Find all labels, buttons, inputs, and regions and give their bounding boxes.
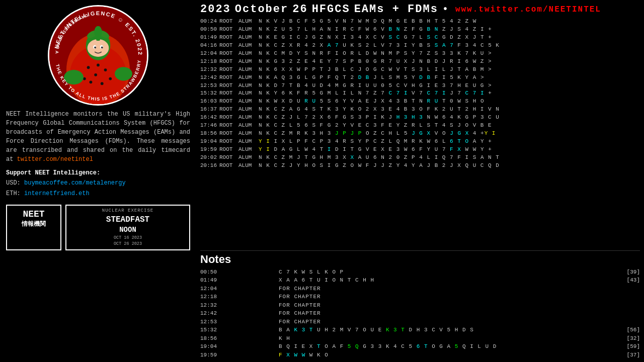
eth-label: ETH: bbox=[6, 190, 21, 197]
table-row: 20:16 ROOT ALUMN K C Z J Y H O S I G Z O… bbox=[200, 162, 640, 170]
msg-time: 16:42 bbox=[200, 114, 218, 122]
msg-body: N K C Z L 5 6 S F G 2 Y V E C 3 F E Y Z … bbox=[259, 122, 640, 130]
msg-time: 17:46 bbox=[200, 122, 218, 130]
msg-body: N K G 3 2 Z E 4 E Y 7 S P B 0 G R 7 U X … bbox=[259, 58, 640, 66]
description-body: NEET Intelligence monitors the US milita… bbox=[6, 111, 190, 163]
table-row: 12:04 ROOT ALUMN K C M D Y S N R F I O R… bbox=[200, 50, 640, 58]
note-body: B A K 3 T U H 2 M V 7 O U E K 3 T D H 3 … bbox=[279, 326, 620, 334]
msg-root: ROOT bbox=[219, 130, 238, 138]
notes-title: Notes bbox=[200, 253, 640, 266]
notes-table: 00:50C 7 K W S L K O P[39]01:49X A A 6 T… bbox=[200, 268, 640, 359]
header-year: 2023 bbox=[200, 3, 231, 16]
svg-point-18 bbox=[115, 67, 132, 80]
msg-root: ROOT bbox=[219, 114, 238, 122]
svg-point-5 bbox=[104, 68, 107, 71]
list-item: 18:56K H[32] bbox=[200, 334, 640, 343]
table-row: 00:24 ROOT ALUMN K V J B C F 5 G 5 V N 7… bbox=[200, 18, 640, 26]
header-day: 26 bbox=[292, 3, 307, 16]
msg-root: ROOT bbox=[219, 146, 238, 154]
table-row: 20:02 ROOT ALUMN K C Z M J T G H M 3 X X… bbox=[200, 154, 640, 162]
msg-root: ROOT bbox=[219, 26, 238, 34]
note-spacer bbox=[218, 326, 279, 334]
msg-body: N K C M D Y S N R F I O R L D W N M P S … bbox=[259, 50, 640, 58]
note-time: 12:18 bbox=[200, 293, 218, 301]
msg-time: 20:16 bbox=[200, 162, 218, 170]
page-header: 2023 October 26 HFGCS EAMs + FDMs • www.… bbox=[200, 3, 640, 16]
badge-exercise-noon: NOON bbox=[70, 225, 185, 235]
msg-body: N K C Z X R 4 2 X A 7 U K S 2 L V 7 3 I … bbox=[259, 42, 640, 50]
msg-alum: ALUM bbox=[238, 130, 257, 138]
twitter-link-desc[interactable]: twitter.com/neetintel bbox=[17, 156, 93, 163]
msg-root: ROOT bbox=[219, 98, 238, 106]
note-time: 00:50 bbox=[200, 268, 218, 277]
msg-body: N K 6 X X W P P T J B L C J O G C W V T … bbox=[259, 66, 640, 74]
msg-root: ROOT bbox=[219, 82, 238, 90]
table-row: 12:53 ROOT ALUMN K D 7 T B 4 U D 4 M G R… bbox=[200, 82, 640, 90]
header-system: HFGCS bbox=[312, 3, 350, 16]
table-row: 16:37 ROOT ALUMN K C Z A G 4 S T K 3 Y K… bbox=[200, 106, 640, 114]
badge-neet-line1: NEET bbox=[12, 209, 55, 220]
header-dot: • bbox=[442, 4, 449, 15]
msg-body: Y I D A G L W 4 T I D I T G V E X E 3 W … bbox=[259, 146, 640, 154]
msg-body: N K V J B C F 5 G 5 V N 7 W M D Q M G E … bbox=[259, 18, 640, 26]
msg-alum: ALUM bbox=[238, 162, 257, 170]
msg-root: ROOT bbox=[219, 42, 238, 50]
right-panel: 2023 October 26 HFGCS EAMs + FDMs • www.… bbox=[196, 0, 644, 362]
msg-time: 01:49 bbox=[200, 34, 218, 42]
msg-body: N K A Q 3 G L G P F Q T 2 D B J L S M 5 … bbox=[259, 74, 640, 82]
svg-point-9 bbox=[109, 77, 112, 80]
table-row: 12:18 ROOT ALUMN K G 3 2 Z E 4 E Y 7 S P… bbox=[200, 58, 640, 66]
table-row: 15:32 ROOT ALUMN K Y 6 K F R 5 G M L I L… bbox=[200, 89, 640, 98]
list-item: 12:42FOR CHAPTER bbox=[200, 309, 640, 318]
note-time: 12:42 bbox=[200, 309, 218, 318]
msg-alum: ALUM bbox=[238, 138, 257, 146]
msg-root: ROOT bbox=[219, 74, 238, 82]
note-spacer bbox=[218, 276, 279, 285]
msg-body: N K C Z M J T G H M 3 X X A U 6 N 2 0 Z … bbox=[259, 154, 640, 162]
msg-root: ROOT bbox=[219, 138, 238, 146]
note-time: 19:04 bbox=[200, 342, 218, 351]
msg-alum: ALUM bbox=[238, 34, 257, 42]
msg-time: 12:04 bbox=[200, 50, 218, 58]
list-item: 01:49X A A 6 T U I O N T C H H[43] bbox=[200, 276, 640, 285]
msg-body: N K C Z A G 4 S T K 3 Y K O 2 X 3 E 4 B … bbox=[259, 106, 640, 114]
msg-alum: ALUM bbox=[238, 154, 257, 162]
msg-root: ROOT bbox=[219, 66, 238, 74]
list-item: 19:59F X W W W K O[37] bbox=[200, 351, 640, 359]
list-item: 12:32FOR CHAPTER bbox=[200, 301, 640, 310]
note-body: X A A 6 T U I O N T C H H bbox=[279, 276, 620, 285]
msg-body: Y I I X L P F C P 3 4 R S Y P C Z L Q M … bbox=[259, 138, 640, 146]
usd-label: USD: bbox=[6, 179, 21, 187]
msg-body: N K E G I C J G Z N X I 3 4 X C V S C G … bbox=[259, 34, 640, 42]
msg-root: ROOT bbox=[219, 89, 238, 98]
header-type: EAMs + FDMs bbox=[354, 3, 438, 16]
note-spacer bbox=[218, 309, 279, 318]
note-body: FOR CHAPTER bbox=[279, 293, 640, 301]
msg-time: 19:04 bbox=[200, 138, 218, 146]
note-body: K H bbox=[279, 334, 620, 343]
note-count: [56] bbox=[620, 326, 640, 334]
note-time: 12:32 bbox=[200, 301, 218, 310]
eth-link[interactable]: internetfriend.eth bbox=[24, 190, 90, 197]
support-section: Support NEET Intelligence: USD: buymeaco… bbox=[6, 168, 190, 199]
note-spacer bbox=[218, 318, 279, 326]
badge-exercise: NUCLEAR EXERCISE STEADFAST NOON OCT 16 2… bbox=[65, 205, 190, 250]
msg-time: 18:56 bbox=[200, 130, 218, 138]
table-row: 19:04 ROOT ALUMY I I X L P F C P 3 4 R S… bbox=[200, 138, 640, 146]
msg-time: 00:50 bbox=[200, 26, 218, 34]
msg-alum: ALUM bbox=[238, 26, 257, 34]
badge-neet: NEET 情報機関 bbox=[6, 205, 61, 250]
msg-alum: ALUM bbox=[238, 106, 257, 114]
msg-alum: ALUM bbox=[238, 50, 257, 58]
note-spacer bbox=[218, 342, 279, 351]
table-row: 17:46 ROOT ALUMN K C Z L 5 6 S F G 2 Y V… bbox=[200, 122, 640, 130]
msg-alum: ALUM bbox=[238, 74, 257, 82]
msg-time: 16:03 bbox=[200, 98, 218, 106]
header-twitter[interactable]: www.twitter.com/NEETINTEL bbox=[455, 5, 601, 14]
msg-alum: ALUM bbox=[238, 114, 257, 122]
list-item: 12:18FOR CHAPTER bbox=[200, 293, 640, 301]
header-month: October bbox=[235, 3, 288, 16]
note-spacer bbox=[218, 334, 279, 343]
note-time: 18:56 bbox=[200, 334, 218, 343]
usd-link[interactable]: buymeacoffee.com/metalenergy bbox=[24, 179, 126, 187]
